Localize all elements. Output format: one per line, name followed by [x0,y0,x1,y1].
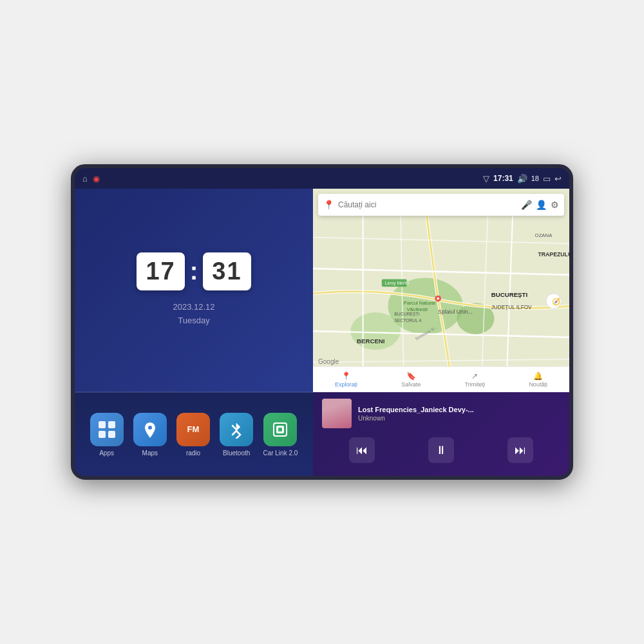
more-options-icon[interactable]: ⚙ [551,200,559,210]
album-art [322,399,352,428]
svg-text:BERCENI: BERCENI [357,338,385,345]
music-player: Lost Frequencies_Janieck Devy-... Unknow… [313,392,569,476]
battery-level: 18 [531,175,539,182]
svg-rect-1 [108,421,115,428]
map-search-icons: 🎤 👤 ⚙ [521,200,559,210]
svg-text:Leroy Merlin: Leroy Merlin [385,281,410,286]
apps-icon [90,413,124,446]
app-icon-carlink[interactable]: Car Link 2.0 [263,413,298,457]
svg-rect-2 [99,431,106,438]
clock-hour: 17 [137,252,184,290]
status-bar: ⌂ ◉ ▽ 17:31 🔊 18 ▭ ↩ [75,168,569,189]
google-logo: Google [318,358,339,365]
svg-rect-6 [278,428,282,431]
svg-text:🧭: 🧭 [552,298,561,306]
radio-icon: FM [176,413,210,446]
maps-pin-icon[interactable]: ◉ [93,174,100,184]
home-icon[interactable]: ⌂ [82,174,88,184]
svg-rect-3 [108,431,115,438]
play-pause-button[interactable]: ⏸ [428,437,454,463]
volume-icon: 🔊 [517,174,527,184]
back-icon[interactable]: ↩ [554,174,562,184]
svg-text:TRAPEZULUI: TRAPEZULUI [538,251,569,258]
clock-widget: 17 : 31 2023.12.12 Tuesday [75,189,313,392]
signal-icon: ▽ [483,174,489,184]
svg-text:SECTORUL 4: SECTORUL 4 [394,318,421,323]
svg-text:Splaiul Unin...: Splaiul Unin... [438,308,473,315]
app-icon-radio[interactable]: FM radio [176,413,210,457]
account-icon[interactable]: 👤 [536,200,547,210]
screen: ⌂ ◉ ▽ 17:31 🔊 18 ▭ ↩ 17 : [75,168,569,476]
status-right: ▽ 17:31 🔊 18 ▭ ↩ [483,174,562,184]
status-time: 17:31 [493,174,513,183]
carlink-icon [263,413,297,446]
battery-icon: ▭ [543,174,551,184]
app-dock: Apps Maps FM radio [75,392,313,476]
radio-label: radio [186,450,200,457]
app-icon-apps[interactable]: Apps [90,413,124,457]
maps-icon [133,413,167,446]
map-search-input[interactable] [338,200,517,209]
prev-button[interactable]: ⏮ [349,437,375,463]
clock-colon: : [190,258,198,285]
clock-minute: 31 [203,252,251,290]
car-screen-device: ⌂ ◉ ▽ 17:31 🔊 18 ▭ ↩ 17 : [71,164,573,480]
left-panel: 17 : 31 2023.12.12 Tuesday [75,189,313,476]
status-left: ⌂ ◉ [82,174,100,184]
bluetooth-label: Bluetooth [223,450,250,457]
svg-text:BUCUREȘTI: BUCUREȘTI [491,291,528,298]
main-content: 17 : 31 2023.12.12 Tuesday [75,189,569,476]
apps-label: Apps [99,450,114,457]
map-search-bar[interactable]: 📍 🎤 👤 ⚙ [318,194,564,216]
map-nav-news[interactable]: 🔔 Noutăți [529,372,547,388]
music-title: Lost Frequencies_Janieck Devy-... [358,406,560,413]
app-icon-maps[interactable]: Maps [133,413,167,457]
svg-rect-0 [99,421,106,428]
maps-pin-search-icon: 📍 [323,200,334,210]
map-nav-share[interactable]: ↗ Trimiteți [465,372,486,388]
map-bottom-nav: 📍 Explorați 🔖 Salvate ↗ Trimiteți 🔔 [313,366,569,392]
carlink-label: Car Link 2.0 [263,450,298,457]
right-panel: Splaiul Unin... TRAPEZULUI BUCUREȘTI JUD… [313,189,569,476]
music-info: Lost Frequencies_Janieck Devy-... Unknow… [322,399,560,428]
app-icon-bluetooth[interactable]: Bluetooth [220,413,253,457]
music-meta: Lost Frequencies_Janieck Devy-... Unknow… [358,406,560,422]
next-button[interactable]: ⏭ [507,437,533,463]
svg-text:Parcul Natural: Parcul Natural [404,300,435,306]
clock-display: 17 : 31 [137,252,251,290]
music-controls: ⏮ ⏸ ⏭ [322,437,560,463]
maps-label: Maps [142,450,158,457]
bluetooth-icon [220,413,253,446]
music-artist: Unknown [358,415,560,422]
svg-text:OZANA: OZANA [535,232,553,238]
mic-icon[interactable]: 🎤 [521,200,532,210]
map-nav-explore[interactable]: 📍 Explorați [335,372,357,388]
map-widget[interactable]: Splaiul Unin... TRAPEZULUI BUCUREȘTI JUD… [313,189,569,392]
svg-text:JUDEȚUL ILFOV: JUDEȚUL ILFOV [491,305,532,310]
clock-date: 2023.12.12 Tuesday [173,301,214,328]
svg-text:Văcărești: Văcărești [407,307,428,312]
map-nav-saved[interactable]: 🔖 Salvate [401,372,421,388]
svg-point-31 [437,298,439,300]
